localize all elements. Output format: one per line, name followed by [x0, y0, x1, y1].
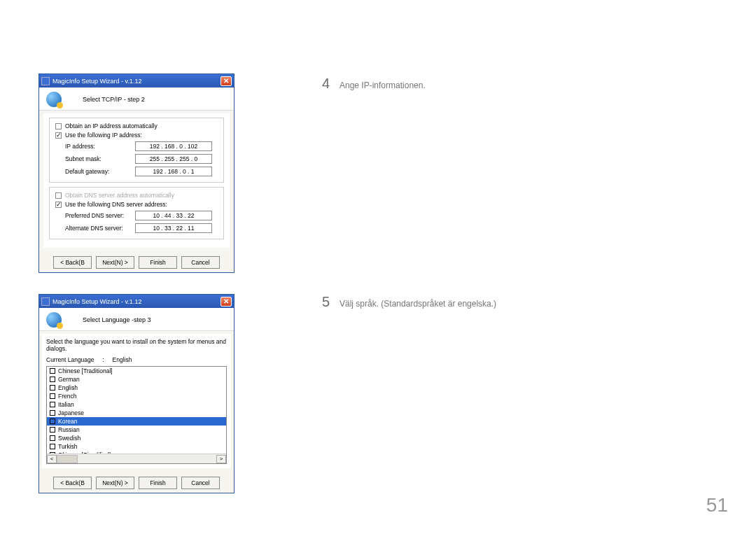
obtain-ip-auto-radio[interactable]: Obtain an IP address automatically — [55, 122, 218, 129]
checkbox-icon — [50, 410, 55, 416]
current-language-row: Current Language : English — [46, 356, 227, 363]
language-item[interactable]: Korean — [47, 417, 226, 426]
subnet-mask-label: Subnet mask: — [65, 155, 135, 162]
checkbox-checked-icon — [55, 132, 62, 139]
scroll-track[interactable] — [57, 455, 216, 463]
checkbox-icon — [50, 402, 55, 407]
language-item[interactable]: Chinese [Traditional] — [47, 367, 226, 375]
finish-button[interactable]: Finish — [139, 256, 177, 269]
language-item[interactable]: Italian — [47, 400, 226, 409]
language-item-label: Korean — [58, 418, 77, 425]
step-header: Select TCP/IP - step 2 — [83, 96, 145, 103]
checkbox-checked-icon — [55, 202, 62, 208]
cancel-button[interactable]: Cancel — [181, 477, 220, 489]
step-5-number: 5 — [322, 294, 330, 310]
back-button[interactable]: < Back(B — [53, 256, 92, 269]
cancel-button[interactable]: Cancel — [181, 256, 220, 269]
next-button[interactable]: Next(N) > — [96, 256, 134, 269]
language-item[interactable]: Russian — [47, 426, 226, 434]
use-following-dns-radio[interactable]: Use the following DNS server address: — [55, 201, 218, 208]
obtain-dns-auto-radio: Obtain DNS server address automatically — [55, 192, 218, 199]
language-item-label: Italian — [58, 401, 74, 408]
wizard-body: Select the language you want to install … — [42, 334, 231, 468]
finish-button[interactable]: Finish — [139, 477, 177, 489]
obtain-ip-auto-label: Obtain an IP address automatically — [65, 122, 158, 129]
use-following-ip-label: Use the following IP address: — [65, 132, 142, 139]
checkbox-icon — [50, 435, 55, 441]
globe-icon — [46, 312, 62, 328]
language-description: Select the language you want to install … — [46, 338, 227, 352]
scroll-left-button[interactable]: < — [47, 455, 57, 463]
ip-group: Obtain an IP address automatically Use t… — [49, 118, 224, 183]
language-item[interactable]: Turkish — [47, 442, 226, 451]
checkbox-icon — [50, 368, 55, 374]
checkbox-icon — [50, 385, 55, 391]
wizard-header: Select Language -step 3 — [39, 308, 234, 331]
language-item[interactable]: Japanese — [47, 409, 226, 417]
close-button[interactable]: ✕ — [220, 76, 232, 86]
titlebar: MagicInfo Setup Wizard - v.1.12 ✕ — [39, 74, 234, 87]
scroll-thumb[interactable] — [57, 455, 78, 463]
checkbox-icon — [50, 419, 55, 424]
checkbox-icon — [50, 393, 55, 399]
preferred-dns-label: Preferred DNS server: — [65, 212, 135, 219]
language-listbox[interactable]: Chinese [Traditional]GermanEnglishFrench… — [46, 366, 227, 464]
language-item-label: Turkish — [58, 443, 78, 450]
next-button[interactable]: Next(N) > — [96, 477, 134, 489]
wizard-body: Obtain an IP address automatically Use t… — [43, 113, 230, 248]
app-icon — [41, 77, 50, 85]
subnet-mask-input[interactable]: 255 . 255 . 255 . 0 — [135, 154, 212, 164]
current-language-sep: : — [102, 356, 104, 363]
language-item-label: Russian — [58, 426, 80, 433]
wizard-header: Select TCP/IP - step 2 — [39, 87, 234, 111]
language-item-label: French — [58, 393, 76, 400]
current-language-value: English — [113, 356, 132, 363]
alternate-dns-input[interactable]: 10 . 33 . 22 . 11 — [135, 223, 212, 233]
button-row: < Back(B Next(N) > Finish Cancel — [39, 251, 234, 276]
app-icon — [41, 297, 50, 306]
language-item[interactable]: English — [47, 384, 226, 392]
preferred-dns-input[interactable]: 10 . 44 . 33 . 22 — [135, 211, 212, 220]
wizard-language: MagicInfo Setup Wizard - v.1.12 ✕ Select… — [38, 294, 234, 493]
checkbox-icon — [55, 192, 62, 199]
titlebar: MagicInfo Setup Wizard - v.1.12 ✕ — [39, 295, 234, 308]
default-gateway-label: Default gateway: — [65, 168, 135, 175]
step-4-text: Ange IP-informationen. — [340, 80, 426, 90]
default-gateway-input[interactable]: 192 . 168 . 0 . 1 — [135, 167, 212, 176]
checkbox-icon — [50, 427, 55, 433]
use-following-ip-radio[interactable]: Use the following IP address: — [55, 132, 218, 139]
language-item-label: Chinese [Traditional] — [58, 367, 113, 374]
checkbox-icon — [50, 377, 55, 382]
wizard-tcpip: MagicInfo Setup Wizard - v.1.12 ✕ Select… — [38, 73, 234, 273]
language-item-label: Swedish — [58, 435, 80, 442]
window-title: MagicInfo Setup Wizard - v.1.12 — [52, 78, 220, 85]
close-button[interactable]: ✕ — [220, 297, 232, 307]
back-button[interactable]: < Back(B — [53, 477, 92, 489]
step-5-text: Välj språk. (Standardspråket är engelska… — [340, 299, 496, 309]
window-title: MagicInfo Setup Wizard - v.1.12 — [52, 298, 220, 305]
scroll-right-button[interactable]: > — [216, 455, 226, 463]
horizontal-scrollbar[interactable]: < > — [47, 454, 226, 463]
dns-group: Obtain DNS server address automatically … — [49, 187, 224, 239]
ip-address-input[interactable]: 192 . 168 . 0 . 102 — [135, 141, 212, 151]
language-item[interactable]: French — [47, 392, 226, 400]
language-item-label: Japanese — [58, 409, 84, 416]
checkbox-icon — [55, 123, 62, 129]
alternate-dns-label: Alternate DNS server: — [65, 225, 135, 232]
language-item-label: German — [58, 376, 80, 383]
globe-icon — [46, 92, 62, 107]
current-language-label: Current Language — [46, 356, 94, 363]
language-item[interactable]: Swedish — [47, 434, 226, 442]
checkbox-icon — [50, 444, 55, 449]
use-following-dns-label: Use the following DNS server address: — [65, 201, 167, 208]
button-row: < Back(B Next(N) > Finish Cancel — [39, 471, 234, 496]
step-header: Select Language -step 3 — [83, 316, 151, 323]
obtain-dns-auto-label: Obtain DNS server address automatically — [65, 192, 174, 199]
page-number: 51 — [706, 494, 728, 517]
ip-address-label: IP address: — [65, 143, 135, 150]
language-item-label: English — [58, 384, 78, 391]
language-item[interactable]: German — [47, 375, 226, 384]
step-4-number: 4 — [322, 76, 330, 92]
